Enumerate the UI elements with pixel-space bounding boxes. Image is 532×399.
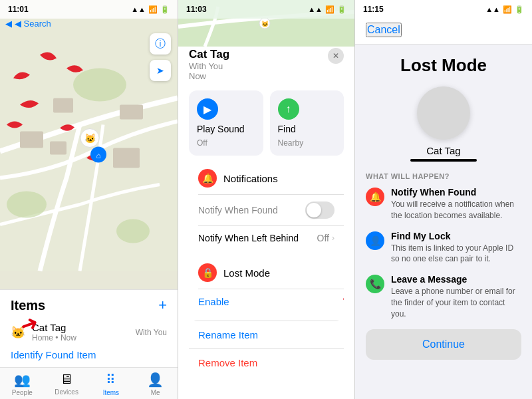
map-status-icons: ▲▲ 📶 🔋: [131, 5, 170, 14]
message-text: Leave a Message Leave a phone number or …: [391, 274, 521, 319]
cat-tag-location: Home • Now: [32, 333, 129, 342]
notify-found-toggle[interactable]: [305, 201, 334, 219]
lock-title: Find My Lock: [391, 231, 521, 241]
svg-point-1: [7, 192, 47, 218]
devices-icon: 🖥: [60, 372, 73, 387]
tab-devices-label: Devices: [55, 388, 78, 396]
map-area: 🐱 ⌂ 11:01 ▲▲ 📶 🔋 ◀ ◀ Search ⓘ ➤: [0, 0, 178, 289]
map-status-bar: 11:01 ▲▲ 📶 🔋: [0, 0, 178, 19]
notify-behind-row[interactable]: Notify When Left Behind Off ›: [189, 226, 344, 250]
detail-map-thumb: 🐱 11:03 ▲▲📶🔋: [178, 0, 354, 40]
play-sound-label: Play Sound: [197, 124, 255, 134]
cat-tag-name: Cat Tag: [32, 322, 129, 333]
find-label: Find: [278, 124, 336, 134]
sheet-sub2: Now: [189, 71, 229, 81]
happen-row-notify: 🔔 Notify When Found You will receive a n…: [366, 187, 521, 221]
svg-rect-4: [20, 132, 43, 148]
tab-bar: 👥 People 🖥 Devices ⠿ Items 👤 Me: [0, 367, 178, 399]
tab-me[interactable]: 👤 Me: [133, 372, 178, 396]
panel-map: 🐱 ⌂ 11:01 ▲▲ 📶 🔋 ◀ ◀ Search ⓘ ➤ Items +: [0, 0, 178, 399]
happen-row-message: 📞 Leave a Message Leave a phone number o…: [366, 274, 521, 319]
tab-people[interactable]: 👥 People: [0, 372, 45, 396]
lost-status-icons: ▲▲📶🔋: [485, 5, 524, 14]
chevron-icon: ›: [332, 233, 334, 243]
map-location-button[interactable]: ➤: [150, 60, 171, 81]
svg-rect-8: [120, 105, 143, 120]
tab-me-label: Me: [151, 389, 160, 396]
remove-button[interactable]: Remove Item: [189, 348, 344, 376]
what-happen-label: WHAT WILL HAPPEN?: [366, 172, 521, 180]
lost-nav: Cancel: [355, 19, 532, 45]
items-panel: Items + 🐱 Cat Tag Home • Now With You ➜ …: [0, 289, 178, 399]
cat-tag-where: With You: [136, 328, 167, 337]
lost-status-bar: 11:15 ▲▲📶🔋: [355, 0, 532, 19]
message-desc: Leave a phone number or email for the fi…: [391, 286, 521, 319]
svg-rect-7: [53, 98, 73, 113]
find-icon: ↑: [278, 98, 299, 120]
add-item-button[interactable]: +: [158, 297, 167, 314]
map-info-button[interactable]: ⓘ: [150, 33, 171, 55]
tab-items-label: Items: [103, 389, 119, 396]
lock-text: Find My Lock This item is linked to your…: [391, 231, 521, 265]
lost-time: 11:15: [363, 5, 384, 14]
svg-point-3: [73, 68, 126, 102]
lost-mode-section: 🔒 Lost Mode Enable ➜: [189, 257, 344, 314]
map-search-button[interactable]: ◀ ◀ Search: [5, 19, 51, 29]
bell-icon: 🔔: [198, 169, 217, 188]
notify-found-desc: You will receive a notification when the…: [391, 199, 521, 221]
cat-tag-row[interactable]: 🐱 Cat Tag Home • Now With You ➜: [0, 318, 178, 346]
sheet-close-button[interactable]: ✕: [328, 48, 344, 64]
detail-sheet: Cat Tag With You Now ✕ ▶ Play Sound Off …: [178, 33, 354, 399]
identify-found-button[interactable]: Identify Found Item: [0, 346, 178, 367]
device-image: [417, 86, 470, 140]
panel-detail: 🐱 11:03 ▲▲📶🔋 Cat Tag With You Now ✕ ▶ Pl…: [178, 0, 355, 399]
enable-button[interactable]: Enable ➜: [189, 289, 344, 314]
action-cards: ▶ Play Sound Off ↑ Find Nearby: [178, 84, 354, 162]
lost-content: Lost Mode Cat Tag WHAT WILL HAPPEN? 🔔 No…: [355, 45, 532, 399]
notify-behind-value-row: Off ›: [317, 233, 334, 243]
notify-found-icon: 🔔: [366, 188, 384, 206]
device-name-underline: [410, 159, 477, 162]
notify-found-row[interactable]: Notify When Found: [189, 195, 344, 225]
svg-point-2: [116, 219, 150, 243]
back-arrow-icon: ◀: [5, 19, 12, 29]
lost-mode-header-row: 🔒 Lost Mode: [189, 257, 344, 289]
lost-mode-icon: 🔒: [198, 263, 217, 282]
notifications-header-row: 🔔 Notifications: [189, 162, 344, 194]
lost-arrow-icon: ➜: [339, 285, 344, 310]
toggle-knob: [307, 203, 321, 217]
sheet-header: Cat Tag With You Now ✕: [178, 41, 354, 84]
lost-mode-label: Lost Mode: [223, 267, 270, 279]
notify-found-title: Notify When Found: [391, 187, 521, 198]
find-nearby-card[interactable]: ↑ Find Nearby: [270, 90, 344, 156]
svg-text:🐱: 🐱: [261, 20, 269, 28]
play-sound-card[interactable]: ▶ Play Sound Off: [189, 90, 263, 156]
play-sound-icon: ▶: [197, 98, 218, 120]
tab-items[interactable]: ⠿ Items: [89, 372, 134, 396]
notify-found-text: Notify When Found You will receive a not…: [391, 187, 521, 221]
rename-button[interactable]: Rename Item: [189, 321, 344, 348]
notify-behind-label: Notify When Left Behind: [198, 233, 299, 243]
lock-icon: 👤: [366, 231, 384, 250]
detail-status-icons: ▲▲📶🔋: [308, 5, 346, 14]
svg-text:⌂: ⌂: [96, 151, 100, 160]
detail-status-bar: 11:03 ▲▲📶🔋: [178, 0, 354, 19]
svg-rect-5: [50, 142, 66, 155]
cat-tag-info: Cat Tag Home • Now: [32, 322, 129, 342]
detail-time: 11:03: [186, 5, 207, 14]
svg-rect-6: [113, 148, 140, 168]
sheet-title: Cat Tag: [189, 48, 229, 61]
map-time: 11:01: [8, 5, 29, 14]
notifications-section: 🔔 Notifications Notify When Found Notify…: [189, 162, 344, 250]
find-sub: Nearby: [278, 138, 336, 148]
notify-behind-val: Off: [317, 233, 329, 243]
happen-row-lock: 👤 Find My Lock This item is linked to yo…: [366, 231, 521, 265]
tab-devices[interactable]: 🖥 Devices: [45, 372, 89, 396]
continue-button[interactable]: Continue: [366, 329, 521, 360]
sheet-sub1: With You: [189, 61, 229, 71]
panel-lost: 11:15 ▲▲📶🔋 Cancel Lost Mode Cat Tag WHAT…: [355, 0, 532, 399]
cancel-button[interactable]: Cancel: [366, 23, 402, 37]
me-icon: 👤: [147, 372, 164, 388]
lost-mode-title: Lost Mode: [366, 55, 521, 76]
message-icon: 📞: [366, 275, 384, 293]
